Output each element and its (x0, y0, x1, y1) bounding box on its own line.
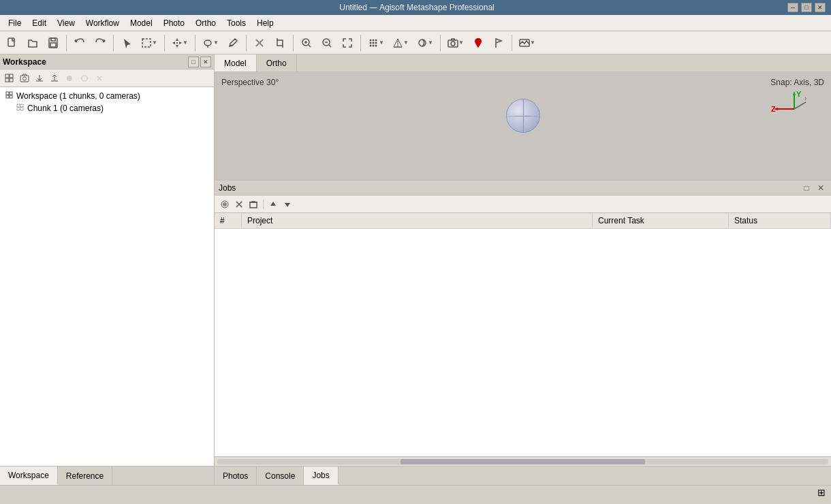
sidebar-title: Workspace (3, 57, 46, 67)
window-controls: ─ □ ✕ (787, 3, 826, 12)
svg-marker-6 (176, 45, 178, 48)
svg-point-24 (375, 39, 377, 41)
sep8 (440, 35, 441, 51)
sep7 (360, 35, 361, 51)
svg-rect-54 (20, 104, 23, 107)
svg-rect-9 (176, 42, 178, 44)
sep4 (195, 35, 195, 51)
jobs-table-body (215, 229, 831, 365)
marker-button[interactable] (469, 33, 488, 52)
svg-rect-41 (5, 78, 9, 82)
jobs-cancel-button[interactable] (233, 198, 245, 210)
crop-button[interactable] (270, 33, 289, 52)
move-button[interactable]: ▼ (168, 33, 191, 52)
export-button[interactable]: ▼ (516, 33, 539, 52)
menu-tools[interactable]: Tools (221, 17, 251, 29)
jobs-table: # Project Current Task Status (215, 213, 831, 456)
mesh-mode-button[interactable]: ▼ (389, 33, 412, 52)
tab-workspace[interactable]: Workspace (0, 467, 58, 485)
jobs-close-button[interactable]: ✕ (815, 182, 827, 194)
svg-point-30 (375, 44, 377, 46)
sidebar-header-controls: □ ✕ (188, 57, 211, 67)
main-layout: Workspace □ ✕ (0, 54, 831, 485)
svg-rect-53 (17, 104, 20, 107)
tab-ortho[interactable]: Ortho (257, 54, 297, 72)
menu-help[interactable]: Help (251, 17, 279, 29)
svg-marker-5 (176, 38, 178, 41)
flag-button[interactable] (489, 33, 508, 52)
viewport[interactable]: Perspective 30° Snap: Axis, 3D Y Z (215, 72, 831, 180)
svg-rect-49 (6, 92, 9, 95)
sep5 (246, 35, 247, 51)
svg-rect-69 (250, 202, 257, 208)
record-button (63, 72, 76, 85)
delete-button[interactable] (250, 33, 269, 52)
workspace-item[interactable]: Workspace (1 chunks, 0 cameras) (3, 90, 211, 102)
marquee-button[interactable]: ▼ (138, 33, 161, 52)
jobs-up-button[interactable] (267, 198, 279, 210)
render-mode-button[interactable]: ▼ (364, 33, 388, 52)
fit-button[interactable] (338, 33, 357, 52)
svg-point-44 (23, 77, 27, 80)
sidebar-bottom-tabs: Workspace Reference (0, 466, 214, 485)
menu-model[interactable]: Model (125, 17, 158, 29)
shade-button[interactable]: ▼ (413, 33, 437, 52)
menu-workflow[interactable]: Workflow (80, 17, 125, 29)
save-button[interactable] (44, 33, 63, 52)
brush-button[interactable] (223, 33, 242, 52)
tab-jobs[interactable]: Jobs (304, 467, 338, 485)
close-button[interactable]: ✕ (815, 3, 826, 12)
menu-ortho[interactable]: Ortho (190, 17, 221, 29)
col-current-task: Current Task (593, 213, 729, 228)
sidebar-restore-button[interactable]: □ (188, 57, 199, 67)
zoom-out-button[interactable] (317, 33, 336, 52)
tab-model[interactable]: Model (215, 54, 257, 72)
svg-rect-56 (20, 108, 23, 110)
jobs-down-button[interactable] (281, 198, 294, 210)
svg-marker-72 (285, 203, 290, 207)
camera-button[interactable]: ▼ (444, 33, 467, 52)
workspace-tree: Workspace (1 chunks, 0 cameras) Chunk 1 … (0, 87, 214, 117)
tab-reference[interactable]: Reference (58, 467, 112, 485)
jobs-title: Jobs (219, 183, 236, 193)
sidebar-close-button[interactable]: ✕ (200, 57, 211, 67)
menu-view[interactable]: View (52, 17, 80, 29)
tab-console[interactable]: Console (257, 467, 304, 485)
open-button[interactable] (23, 33, 42, 52)
lasso-button[interactable]: ▼ (199, 33, 222, 52)
svg-marker-7 (172, 42, 175, 44)
select-button[interactable] (117, 33, 136, 52)
content-area: Model Ortho Perspective 30° Snap: Axis, … (215, 54, 831, 485)
minimize-button[interactable]: ─ (787, 3, 798, 12)
jobs-table-header: # Project Current Task Status (215, 213, 831, 229)
jobs-delete-button[interactable] (247, 198, 260, 210)
import-button[interactable] (33, 72, 46, 85)
zoom-in-button[interactable] (297, 33, 316, 52)
jobs-run-button[interactable] (219, 198, 231, 210)
add-chunk-button[interactable] (3, 72, 16, 85)
redo-button[interactable] (91, 33, 110, 52)
horizontal-scrollbar[interactable] (215, 456, 831, 466)
svg-point-23 (373, 39, 375, 41)
navigation-sphere[interactable] (506, 99, 540, 133)
tab-photos[interactable]: Photos (215, 467, 257, 485)
menu-edit[interactable]: Edit (27, 17, 52, 29)
workspace-icon (5, 91, 14, 101)
menu-photo[interactable]: Photo (158, 17, 190, 29)
sidebar: Workspace □ ✕ (0, 54, 215, 485)
add-photos-button[interactable] (18, 72, 31, 85)
new-button[interactable] (3, 33, 22, 52)
svg-rect-39 (5, 74, 9, 78)
undo-button[interactable] (70, 33, 89, 52)
sphere (506, 99, 540, 133)
restore-button[interactable]: □ (801, 3, 812, 12)
jobs-restore-button[interactable]: □ (800, 182, 813, 194)
export-btn2[interactable] (48, 72, 61, 85)
col-number: # (215, 213, 242, 228)
svg-rect-55 (17, 108, 20, 110)
scroll-thumb[interactable] (401, 459, 645, 464)
svg-rect-4 (142, 39, 151, 47)
sidebar-header: Workspace □ ✕ (0, 54, 214, 69)
menu-file[interactable]: File (3, 17, 27, 29)
chunk-item[interactable]: Chunk 1 (0 cameras) (3, 102, 211, 114)
